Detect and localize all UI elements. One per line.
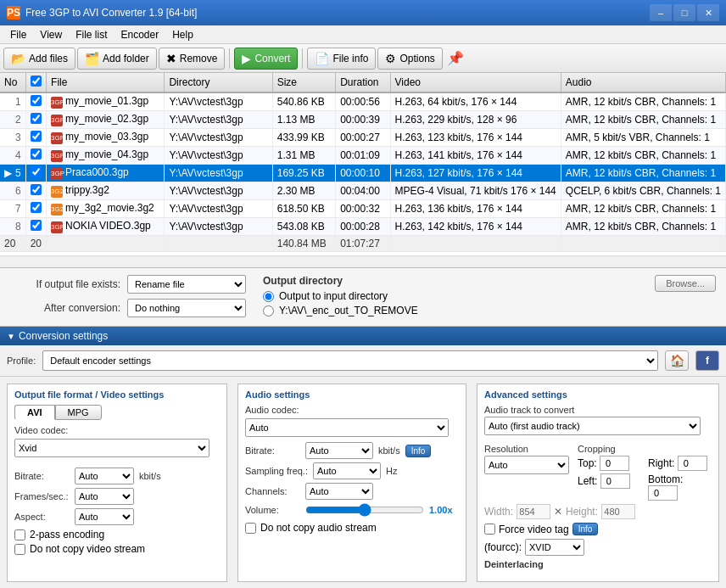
- bottom-label: Bottom:: [648, 473, 683, 485]
- add-files-button[interactable]: 📂 Add files: [3, 48, 75, 70]
- convert-button[interactable]: ▶ Convert: [234, 48, 298, 70]
- radio-input-dir[interactable]: [263, 291, 274, 302]
- options-icon: ⚙: [385, 52, 396, 65]
- row-checkbox[interactable]: [31, 131, 42, 142]
- table-row[interactable]: 7 3G2my_3g2_movie.3g2 Y:\AV\vctest\3gp 6…: [0, 200, 726, 218]
- after-conv-select[interactable]: Do nothing: [127, 299, 246, 317]
- cell-check[interactable]: [25, 111, 46, 129]
- left-input[interactable]: [600, 473, 630, 489]
- cell-check[interactable]: [25, 165, 46, 182]
- cell-video: H.263, 229 kbit/s, 128 × 96: [390, 111, 561, 129]
- tab-mpg[interactable]: MPG: [55, 405, 102, 420]
- bottom-input[interactable]: [648, 485, 678, 501]
- table-row[interactable]: 4 3GPmy_movie_04.3gp Y:\AV\vctest\3gp 1.…: [0, 147, 726, 165]
- row-checkbox[interactable]: [31, 220, 42, 231]
- cell-check[interactable]: [25, 200, 46, 218]
- table-row[interactable]: 1 3GPmy_movie_01.3gp Y:\AV\vctest\3gp 54…: [0, 92, 726, 111]
- remove-button[interactable]: ✖ Remove: [159, 48, 226, 70]
- channels-select[interactable]: Auto: [305, 483, 373, 500]
- resolution-select[interactable]: Auto: [484, 456, 569, 474]
- table-row[interactable]: 6 3G2trippy.3g2 Y:\AV\vctest\3gp 2.30 MB…: [0, 182, 726, 200]
- bitrate-label: Bitrate:: [14, 471, 70, 481]
- options-area: If output file exists: Rename file After…: [0, 268, 726, 327]
- add-folder-button[interactable]: 🗂️ Add folder: [77, 48, 157, 70]
- options-left: If output file exists: Rename file After…: [10, 275, 246, 317]
- table-row[interactable]: 8 3GPNOKIA VIDEO.3gp Y:\AV\vctest\3gp 54…: [0, 218, 726, 236]
- cell-check[interactable]: [25, 147, 46, 165]
- col-check[interactable]: [25, 73, 46, 92]
- height-input[interactable]: [601, 504, 635, 519]
- width-input[interactable]: [517, 504, 550, 519]
- aspect-select[interactable]: Auto: [75, 508, 134, 525]
- menu-view[interactable]: View: [33, 27, 69, 42]
- force-tag-checkbox[interactable]: [484, 524, 495, 535]
- menu-encoder[interactable]: Encoder: [114, 27, 165, 42]
- cell-video: H.263, 136 kbit/s, 176 × 144: [390, 200, 561, 218]
- force-tag-info-button[interactable]: Info: [572, 523, 599, 535]
- file-table-scroll[interactable]: No File Directory Size Duration Video Au…: [0, 73, 726, 255]
- audio-bitrate-select[interactable]: Auto: [305, 442, 373, 459]
- table-row[interactable]: 3 3GPmy_movie_03.3gp Y:\AV\vctest\3gp 43…: [0, 129, 726, 147]
- nocopy-audio-checkbox[interactable]: [245, 523, 256, 534]
- file-info-button[interactable]: 📄 File info: [307, 48, 376, 70]
- bottom-crop: Bottom:: [648, 473, 712, 501]
- options-button[interactable]: ⚙ Options: [377, 48, 442, 70]
- row-checkbox[interactable]: [31, 184, 42, 195]
- footer-dur: 01:07:27: [336, 236, 390, 252]
- cell-dur: 00:01:09: [336, 147, 390, 165]
- cell-check[interactable]: [25, 129, 46, 147]
- tab-avi[interactable]: AVI: [14, 405, 55, 420]
- fps-row: Frames/sec.: Auto: [14, 488, 220, 505]
- horizontal-scrollbar[interactable]: [0, 255, 726, 267]
- fps-label: Frames/sec.:: [14, 491, 70, 501]
- audio-info-button[interactable]: Info: [405, 445, 432, 457]
- file-icon: 3GP: [51, 132, 63, 144]
- select-all-checkbox[interactable]: [31, 76, 42, 87]
- cell-size: 543.08 KB: [272, 218, 335, 236]
- menu-file[interactable]: File: [3, 27, 33, 42]
- if-output-select[interactable]: Rename file: [127, 275, 246, 294]
- format-tabs: AVI MPG: [14, 405, 220, 420]
- row-checkbox[interactable]: [31, 95, 42, 106]
- volume-slider[interactable]: [305, 503, 424, 517]
- audio-track-select[interactable]: Auto (first audio track): [484, 417, 701, 435]
- radio-custom-dir[interactable]: [263, 305, 274, 316]
- menu-file-list[interactable]: File list: [69, 27, 114, 42]
- cell-check[interactable]: [25, 218, 46, 236]
- row-checkbox[interactable]: [31, 148, 42, 160]
- file-icon: 3GP: [51, 150, 63, 162]
- right-input[interactable]: [678, 456, 707, 471]
- audio-codec-select[interactable]: Auto: [245, 418, 449, 437]
- bitrate-select[interactable]: Auto: [75, 468, 134, 484]
- cell-no: 7: [0, 200, 25, 218]
- row-checkbox[interactable]: [31, 202, 42, 213]
- menu-help[interactable]: Help: [165, 27, 200, 42]
- cell-check[interactable]: [25, 92, 46, 111]
- cell-no: 4: [0, 147, 25, 165]
- maximize-button[interactable]: □: [673, 4, 695, 21]
- nocopy-audio-label: Do not copy audio stream: [260, 522, 377, 534]
- facebook-button[interactable]: f: [695, 350, 719, 371]
- browse-button[interactable]: Browse...: [655, 275, 716, 292]
- twopass-checkbox[interactable]: [14, 529, 25, 540]
- nocopy-video-checkbox[interactable]: [14, 544, 25, 555]
- fps-select[interactable]: Auto: [75, 488, 134, 505]
- table-row[interactable]: ▶5 3GPPraca000.3gp Y:\AV\vctest\3gp 169.…: [0, 165, 726, 182]
- profile-select[interactable]: Default encoder settings: [42, 350, 658, 371]
- close-button[interactable]: ✕: [697, 4, 719, 21]
- minimize-button[interactable]: –: [650, 4, 672, 21]
- top-input[interactable]: [600, 456, 629, 471]
- left-panel-title: Output file format / Video settings: [14, 389, 220, 400]
- fourcc-select[interactable]: XVID: [525, 539, 584, 556]
- cell-dur: 00:00:32: [336, 200, 390, 218]
- cell-check[interactable]: [25, 182, 46, 200]
- table-row[interactable]: 2 3GPmy_movie_02.3gp Y:\AV\vctest\3gp 1.…: [0, 111, 726, 129]
- home-button[interactable]: 🏠: [665, 350, 689, 371]
- pin-button[interactable]: 📌: [444, 48, 466, 69]
- footer-no: 20: [0, 236, 25, 252]
- row-checkbox[interactable]: [31, 166, 42, 177]
- video-codec-select[interactable]: Xvid: [14, 439, 209, 457]
- cell-dir: Y:\AV\vctest\3gp: [165, 92, 272, 111]
- row-checkbox[interactable]: [31, 113, 42, 124]
- sampling-select[interactable]: Auto: [313, 462, 381, 479]
